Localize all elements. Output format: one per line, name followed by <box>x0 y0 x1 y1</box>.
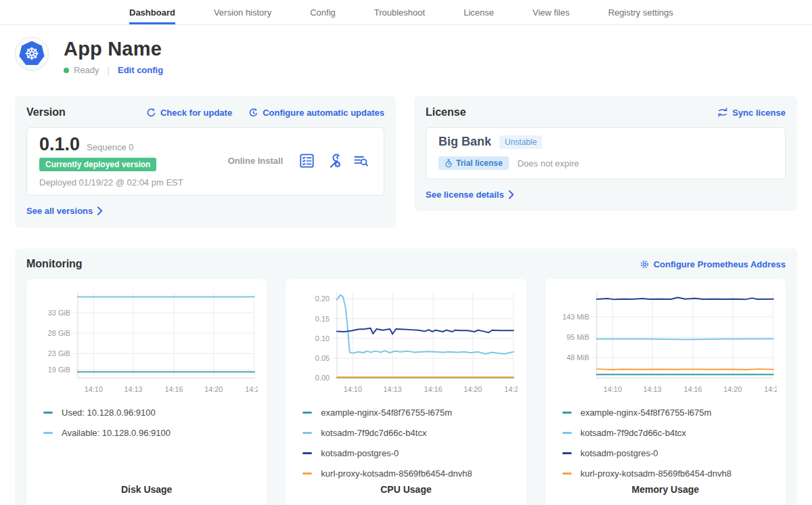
configure-automatic-updates-link[interactable]: Configure automatic updates <box>248 108 384 118</box>
trial-license-badge: Trial license <box>438 156 509 170</box>
chevron-right-icon <box>508 190 514 199</box>
tab-troubleshoot[interactable]: Troubleshoot <box>374 0 425 24</box>
svg-text:0.15: 0.15 <box>315 315 330 323</box>
license-expiry: Does not expire <box>518 158 579 169</box>
kubernetes-icon: ☸ <box>19 41 45 66</box>
svg-text:0.00: 0.00 <box>315 374 330 382</box>
svg-text:0.05: 0.05 <box>315 354 330 362</box>
tab-view-files[interactable]: View files <box>533 0 570 24</box>
svg-text:33 GiB: 33 GiB <box>48 309 70 317</box>
tab-dashboard[interactable]: Dashboard <box>129 0 175 24</box>
disk-usage-title: Disk Usage <box>35 484 258 500</box>
legend-color-dash <box>43 412 53 414</box>
app-status: Ready <box>74 65 99 75</box>
refresh-icon <box>146 108 156 118</box>
config-tools-icon[interactable] <box>326 153 342 169</box>
see-all-versions-label: See all versions <box>26 206 93 216</box>
see-license-details-link[interactable]: See license details <box>426 190 514 200</box>
configure-prometheus-link[interactable]: Configure Prometheus Address <box>639 259 786 269</box>
legend-item: kurl-proxy-kotsadm-8569fb6454-dnvh8 <box>302 468 517 479</box>
see-license-details-label: See license details <box>426 190 504 200</box>
svg-text:14:23: 14:23 <box>505 385 518 393</box>
version-card: Version Check for update Configure au <box>15 96 396 227</box>
memory-usage-legend: example-nginx-54f8f76755-l675mkotsadm-7f… <box>554 408 777 479</box>
svg-text:14:10: 14:10 <box>85 385 103 393</box>
svg-text:14:20: 14:20 <box>204 385 223 393</box>
legend-color-dash <box>43 432 53 434</box>
legend-label: kurl-proxy-kotsadm-8569fb6454-dnvh8 <box>581 468 731 479</box>
svg-text:48 MiB: 48 MiB <box>566 353 589 361</box>
scheduled-update-icon <box>248 108 258 118</box>
cpu-usage-title: CPU Usage <box>294 484 517 500</box>
svg-text:0.10: 0.10 <box>315 334 330 343</box>
svg-text:14:10: 14:10 <box>344 385 362 393</box>
app-title: App Name <box>64 38 163 60</box>
legend-item: kotsadm-7f9dc7d66c-b4tcx <box>302 428 517 438</box>
license-panel: Big Bank Unstable Trial license Does not… <box>426 127 786 179</box>
deployed-version-panel: 0.1.0 Sequence 0 Currently deployed vers… <box>26 127 384 196</box>
check-for-update-link[interactable]: Check for update <box>146 108 232 118</box>
svg-text:143 MiB: 143 MiB <box>562 313 589 321</box>
legend-item: Used: 10.128.0.96:9100 <box>43 408 258 418</box>
currently-deployed-badge: Currently deployed version <box>39 158 156 171</box>
svg-text:23 GiB: 23 GiB <box>48 349 70 357</box>
legend-color-dash <box>302 473 312 475</box>
version-number: 0.1.0 <box>39 134 80 155</box>
svg-text:14:23: 14:23 <box>764 385 777 393</box>
legend-label: Available: 10.128.0.96:9100 <box>62 428 171 438</box>
tab-config[interactable]: Config <box>310 0 336 24</box>
tab-registry-settings[interactable]: Registry settings <box>608 0 673 24</box>
legend-label: kotsadm-postgres-0 <box>581 448 658 458</box>
chevron-right-icon <box>97 206 103 215</box>
tab-version-history[interactable]: Version history <box>214 0 271 24</box>
preflight-checks-icon[interactable] <box>299 153 315 169</box>
version-sequence: Sequence 0 <box>87 142 133 152</box>
svg-text:95 MiB: 95 MiB <box>566 333 589 341</box>
legend-color-dash <box>302 432 312 434</box>
cpu-usage-legend: example-nginx-54f8f76755-l675mkotsadm-7f… <box>294 408 517 479</box>
disk-usage-legend: Used: 10.128.0.96:9100Available: 10.128.… <box>35 408 258 438</box>
check-for-update-label: Check for update <box>160 108 232 118</box>
svg-text:19 GiB: 19 GiB <box>48 366 70 374</box>
legend-color-dash <box>562 432 572 434</box>
license-card-title: License <box>426 106 466 118</box>
svg-text:14:20: 14:20 <box>464 385 482 393</box>
svg-text:14:10: 14:10 <box>603 385 621 393</box>
memory-usage-chart: 14:1014:1314:1614:2014:23143 MiB95 MiB48… <box>554 286 777 399</box>
deployed-timestamp: Deployed 01/19/22 @ 02:04 pm EST <box>39 177 212 188</box>
legend-label: kotsadm-postgres-0 <box>321 448 399 458</box>
customer-name: Big Bank <box>438 135 491 149</box>
svg-text:0.20: 0.20 <box>315 294 330 303</box>
edit-config-link[interactable]: Edit config <box>118 65 163 75</box>
stopwatch-icon <box>445 159 453 168</box>
tab-license[interactable]: License <box>464 0 494 24</box>
sync-license-link[interactable]: Sync license <box>717 108 786 118</box>
divider: | <box>108 65 110 75</box>
legend-label: kotsadm-7f9dc7d66c-b4tcx <box>321 428 426 438</box>
status-dot-icon <box>64 68 69 73</box>
legend-item: example-nginx-54f8f76755-l675m <box>562 408 777 418</box>
version-card-title: Version <box>26 106 66 118</box>
top-nav: Dashboard Version history Config Trouble… <box>0 0 812 25</box>
gear-icon <box>639 259 650 269</box>
legend-color-dash <box>562 412 572 414</box>
see-all-versions-link[interactable]: See all versions <box>26 206 103 216</box>
svg-text:14:16: 14:16 <box>683 385 702 393</box>
legend-color-dash <box>562 473 572 475</box>
trial-license-label: Trial license <box>456 158 503 168</box>
svg-text:14:13: 14:13 <box>643 385 661 393</box>
legend-label: kurl-proxy-kotsadm-8569fb6454-dnvh8 <box>321 468 472 479</box>
view-logs-icon[interactable] <box>353 153 369 169</box>
legend-item: kurl-proxy-kotsadm-8569fb6454-dnvh8 <box>562 468 777 479</box>
legend-color-dash <box>302 412 312 414</box>
cpu-usage-chart-card: 14:1014:1314:1614:2014:230.200.150.100.0… <box>286 279 526 505</box>
disk-usage-chart-card: 14:1014:1314:1614:2014:2333 GiB28 GiB23 … <box>26 279 267 505</box>
app-header: ☸ App Name Ready | Edit config <box>0 25 812 75</box>
legend-item: Available: 10.128.0.96:9100 <box>43 428 258 438</box>
channel-badge: Unstable <box>499 135 542 149</box>
app-logo: ☸ <box>15 37 49 70</box>
install-type-label: Online Install <box>212 156 299 166</box>
configure-prometheus-label: Configure Prometheus Address <box>654 259 786 269</box>
legend-item: example-nginx-54f8f76755-l675m <box>302 408 517 418</box>
legend-label: kotsadm-7f9dc7d66c-b4tcx <box>581 428 686 438</box>
